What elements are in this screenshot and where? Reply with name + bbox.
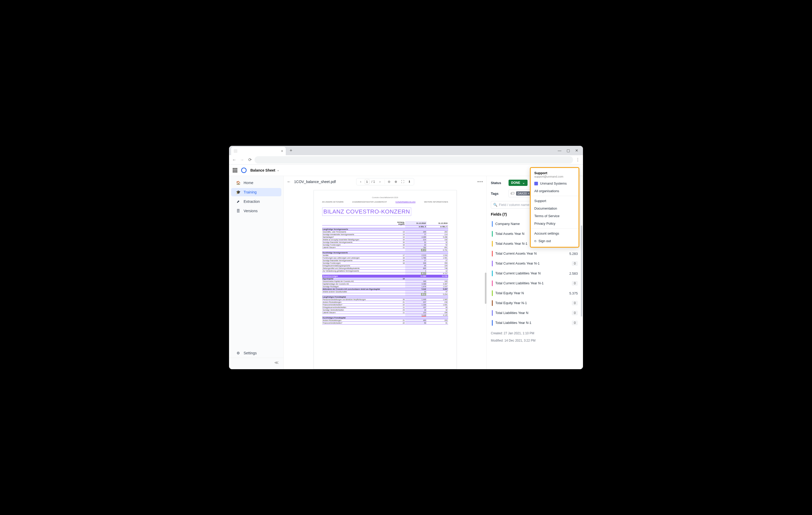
page-total: / 1 [370,179,376,184]
download-icon[interactable]: ⬇ [407,179,412,184]
sidebar-item-label: Training [243,190,257,194]
field-row[interactable]: Total Current Liabilities Year N2.583 [491,268,579,278]
field-row[interactable]: Total Current Liabilities Year N-10 [491,278,579,288]
doc-more-icon[interactable]: ••• [477,179,483,184]
signout-icon: ⎋ [534,239,536,243]
profile-menu-item[interactable]: Documentation [531,205,579,212]
search-icon: 🔍 [493,203,497,207]
field-color-bar [492,320,493,326]
field-color-bar [492,221,493,227]
field-value: 0 [572,281,578,286]
field-row[interactable]: Total Liabilities Year N0 [491,308,579,318]
window-minimize-icon[interactable]: — [558,148,561,152]
field-row[interactable]: Total Equity Year N-10 [491,298,579,308]
document-viewer: ← 1COV_balance_sheet.pdf ‹ / 1 › ⊖ ⊕ ⛶ ⬇… [284,176,487,369]
browser-reload-icon[interactable]: ⟳ [247,157,253,163]
browser-back-icon[interactable]: ← [231,157,237,163]
field-value: 2.583 [569,271,578,276]
browser-forward-icon: → [239,157,245,163]
doc-page-controls: ‹ / 1 › ⊖ ⊕ ⛶ ⬇ [356,178,414,185]
app-logo-icon [241,167,247,173]
window-maximize-icon[interactable]: ▢ [567,148,570,152]
apps-grid-icon[interactable] [233,168,237,173]
profile-menu-item[interactable]: Support [531,197,579,205]
app-title[interactable]: Balance Sheet⌄ [250,168,279,172]
field-value: 5.283 [569,252,578,256]
profile-menu: Support support@unmand.com Unmand System… [530,167,579,248]
sidebar-item-label: Home [243,181,253,185]
doc-tab: ZUSAMMENGEFASSTER LAGEBERICHT [352,201,387,203]
sidebar-item-training[interactable]: 🎓Training [231,188,281,196]
url-bar[interactable] [255,156,573,164]
field-color-bar [492,310,493,316]
zoom-in-icon[interactable]: ⊕ [393,179,399,184]
sidebar-item-label: Settings [243,351,257,355]
doc-title: BILANZ COVESTRO-KONZERN [322,207,411,216]
tag-icon: 🏷 [510,191,515,196]
sidebar-item-label: Versions [243,209,258,213]
profile-menu-item[interactable]: Terms of Service [531,212,579,220]
field-color-bar [492,231,493,237]
field-name: Total Current Assets Year N-1 [495,261,572,265]
browser-chrome: × + — ▢ ✕ ← → ⟳ ⋮ [229,146,583,165]
field-row[interactable]: Total Liabilities Year N-10 [491,318,579,328]
doc-tab: KONZERNABSCHLUSS [396,201,416,203]
field-color-bar [492,241,493,247]
tag-remove-icon[interactable]: × [528,192,529,195]
field-color-bar [492,280,493,286]
sidebar-collapse-icon[interactable]: ≪ [229,358,283,367]
modified-meta: Modified: 14 Dec 2021, 3:22 PM [491,339,579,342]
chevron-down-icon: ⌄ [277,168,279,172]
tab-favicon [234,149,237,153]
field-name: Total Liabilities Year N-1 [495,321,572,325]
new-tab-button[interactable]: + [287,147,295,154]
tags-label: Tags [491,192,506,196]
sidebar-item-label: Extraction [243,199,260,204]
sidebar-item-versions[interactable]: 🗄Versions [231,207,281,215]
doc-breadcrumb: Covestro-Geschäftsbericht 2019 [322,197,448,198]
doc-tab: WEITERE INFORMATIONEN [424,201,448,203]
sidebar-item-settings[interactable]: ⚙Settings [231,349,281,357]
profile-name: Support [534,171,575,175]
field-row[interactable]: Total Current Assets Year N5.283 [491,249,579,259]
sidebar: 🏠Home 🎓Training ⬈Extraction 🗄Versions ⚙S… [229,176,284,369]
field-name: Total Current Assets Year N [495,252,569,256]
tab-close-icon[interactable]: × [281,149,283,153]
page-prev-icon[interactable]: ‹ [358,179,364,184]
field-color-bar [492,290,493,296]
doc-back-icon[interactable]: ← [287,179,291,184]
profile-menu-item[interactable]: Account settings [531,230,579,237]
gear-icon: ⚙ [236,351,240,355]
panel-scrollbar-thumb[interactable] [581,226,582,317]
browser-menu-icon[interactable]: ⋮ [575,157,581,162]
page-next-icon[interactable]: › [377,179,383,184]
profile-menu-item[interactable]: Privacy Policy [531,220,579,227]
org-logo-icon [534,182,538,185]
field-row[interactable]: Total Current Assets Year N-10 [491,259,579,268]
window-close-icon[interactable]: ✕ [575,148,578,152]
home-icon: 🏠 [236,181,240,185]
extraction-icon: ⬈ [236,199,240,204]
page-current-input[interactable] [365,179,369,184]
field-name: Total Liabilities Year N [495,311,572,315]
browser-tab[interactable]: × [231,147,286,155]
profile-menu-signout[interactable]: ⎋Sign out [531,237,579,245]
fit-icon[interactable]: ⛶ [400,179,405,184]
doc-scrollbar-thumb[interactable] [485,273,486,304]
document-canvas[interactable]: Covestro-Geschäftsbericht 2019 AN UNSERE… [284,188,486,369]
tag-chip[interactable]: DAX20× [516,191,531,196]
zoom-out-icon[interactable]: ⊖ [386,179,392,184]
field-name: Total Current Liabilities Year N [495,271,569,276]
field-row[interactable]: Total Equity Year N5.375 [491,288,579,298]
profile-menu-item[interactable]: All organisations [531,187,579,195]
field-name: Total Equity Year N-1 [495,301,572,305]
svg-point-0 [241,168,246,172]
field-color-bar [492,300,493,306]
status-dropdown[interactable]: DONE⌄ [509,180,527,186]
profile-menu-org[interactable]: Unmand Systems [531,180,579,187]
chevron-down-icon: ⌄ [522,181,525,184]
sidebar-item-extraction[interactable]: ⬈Extraction [231,197,281,206]
document-filename: 1COV_balance_sheet.pdf [294,180,336,184]
sidebar-item-home[interactable]: 🏠Home [231,179,281,187]
profile-email: support@unmand.com [534,175,575,178]
